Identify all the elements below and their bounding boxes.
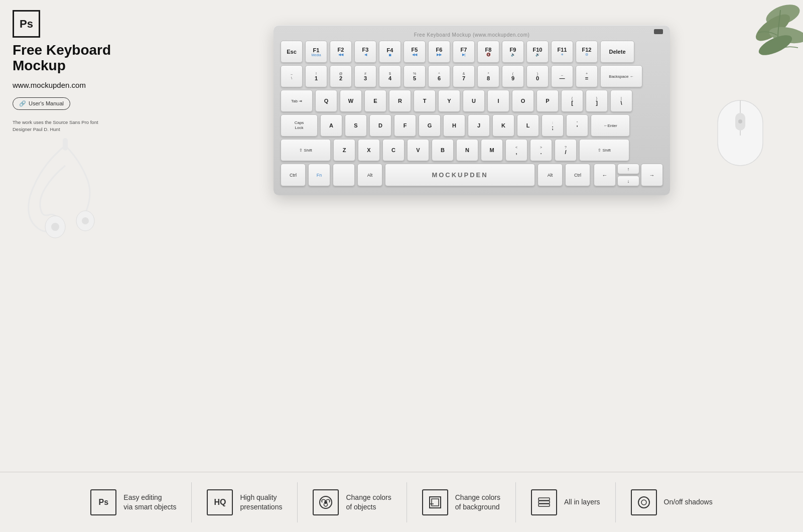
key-i[interactable]: I (487, 90, 509, 112)
key-f3[interactable]: F3◀ (354, 41, 376, 63)
key-u[interactable]: U (463, 90, 485, 112)
ps-icon: Ps (99, 498, 109, 507)
key-y[interactable]: Y (438, 90, 460, 112)
biohazard-icon (318, 495, 333, 510)
key-f5[interactable]: F5◀◀ (404, 41, 426, 63)
key-spacebar[interactable]: MOCKUPDEN (385, 164, 535, 186)
key-7[interactable]: &7 (453, 65, 475, 87)
key-equals[interactable]: += (576, 65, 598, 87)
link-icon: 🔗 (19, 100, 26, 107)
feature-easy-editing-text: Easy editing via smart objects (123, 493, 176, 512)
key-arrow-left[interactable]: ← (594, 164, 616, 186)
key-o[interactable]: O (512, 90, 534, 112)
key-rbracket[interactable]: }] (586, 90, 608, 112)
key-shift-left[interactable]: ⇧ Shift (281, 139, 331, 161)
key-f7[interactable]: F7▶| (453, 41, 475, 63)
key-arrow-right[interactable]: → (641, 164, 663, 186)
key-v[interactable]: V (407, 139, 429, 161)
key-1[interactable]: !1 (305, 65, 327, 87)
key-0[interactable]: )0 (526, 65, 549, 87)
key-a[interactable]: A (320, 114, 342, 137)
key-f[interactable]: F (394, 114, 416, 137)
key-j[interactable]: J (468, 114, 490, 137)
key-m[interactable]: M (481, 139, 503, 161)
key-h[interactable]: H (443, 114, 465, 137)
key-win[interactable] (333, 164, 355, 186)
feature-high-quality: HQ High quality presentations (192, 482, 298, 522)
key-semicolon[interactable]: :; (542, 114, 564, 137)
users-manual-button[interactable]: 🔗 User's Manual (13, 97, 70, 110)
zxcv-row: ⇧ Shift Z X C V B N M <, >. ?/ ⇧ Shift (281, 139, 663, 161)
website-url: www.mockupden.com (13, 81, 128, 89)
font-info: The work uses the Source Sans Pro font D… (13, 119, 128, 134)
key-period[interactable]: >. (530, 139, 552, 161)
key-tab[interactable]: Tab ⇥ (281, 90, 313, 112)
key-ctrl-left[interactable]: Ctrl (281, 164, 306, 186)
key-t[interactable]: T (414, 90, 436, 112)
key-delete[interactable]: Delete (600, 41, 634, 63)
key-p[interactable]: P (537, 90, 559, 112)
keyboard-wrapper: Free Keyboard Mockup (www.mockupden.com)… (274, 25, 670, 195)
key-r[interactable]: R (389, 90, 411, 112)
keyboard-rows: Esc F1Media F2◀◀ F3◀ F4⏹ F5◀◀ F6▶▶ F7▶| … (281, 41, 663, 186)
key-caps-lock[interactable]: CapsLock (281, 114, 318, 137)
key-f9[interactable]: F9🔉 (502, 41, 524, 63)
key-d[interactable]: D (369, 114, 391, 137)
key-minus[interactable]: _— (551, 65, 573, 87)
key-backslash[interactable]: |\ (610, 90, 632, 112)
feature-onoff-shadows: On/off shadows (616, 482, 728, 522)
key-f11[interactable]: F11☀ (551, 41, 573, 63)
key-backspace[interactable]: Backspace ← (600, 65, 642, 87)
key-comma[interactable]: <, (505, 139, 527, 161)
svg-point-3 (82, 217, 89, 224)
key-3[interactable]: #3 (354, 65, 376, 87)
key-ctrl-right[interactable]: Ctrl (565, 164, 590, 186)
key-fn[interactable]: Fn (308, 164, 330, 186)
key-2[interactable]: @2 (330, 65, 352, 87)
key-f2[interactable]: F2◀◀ (330, 41, 352, 63)
key-z[interactable]: Z (333, 139, 355, 161)
layers-icon (428, 495, 443, 510)
key-lbracket[interactable]: {[ (561, 90, 583, 112)
key-f12[interactable]: F12⚙ (576, 41, 598, 63)
hq-icon: HQ (214, 498, 226, 507)
key-f6[interactable]: F6▶▶ (428, 41, 450, 63)
key-f4[interactable]: F4⏹ (379, 41, 401, 63)
key-b[interactable]: B (432, 139, 454, 161)
key-alt-right[interactable]: Alt (538, 164, 563, 186)
key-esc[interactable]: Esc (281, 41, 303, 63)
key-q[interactable]: Q (315, 90, 337, 112)
bottom-bar: Ps Easy editing via smart objects HQ Hig… (0, 472, 803, 532)
number-row: ~\ !1 @2 #3 $4 %5 ^6 &7 *8 (9 )0 _— += B… (281, 65, 663, 87)
key-5[interactable]: %5 (404, 65, 426, 87)
key-enter[interactable]: ←Enter (591, 114, 630, 137)
key-x[interactable]: X (358, 139, 380, 161)
key-s[interactable]: S (345, 114, 367, 137)
key-k[interactable]: K (492, 114, 514, 137)
feature-easy-editing: Ps Easy editing via smart objects (75, 482, 192, 522)
key-f10[interactable]: F10🔊 (526, 41, 549, 63)
key-alt-left[interactable]: Alt (357, 164, 382, 186)
key-f1[interactable]: F1Media (305, 41, 327, 63)
key-l[interactable]: L (517, 114, 539, 137)
key-9[interactable]: (9 (502, 65, 524, 87)
key-n[interactable]: N (456, 139, 478, 161)
key-slash[interactable]: ?/ (555, 139, 577, 161)
key-f8[interactable]: F8🔇 (477, 41, 499, 63)
key-g[interactable]: G (419, 114, 441, 137)
svg-rect-20 (539, 498, 550, 500)
key-c[interactable]: C (382, 139, 405, 161)
key-arrow-up[interactable]: ↑ (617, 164, 639, 174)
key-shift-right[interactable]: ⇧ Shift (579, 139, 629, 161)
svg-rect-16 (432, 499, 439, 506)
feature-change-colors-objects: Change colors of objects (298, 482, 407, 522)
key-tilde[interactable]: ~\ (281, 65, 303, 87)
key-8[interactable]: *8 (477, 65, 499, 87)
key-arrow-down[interactable]: ↓ (617, 176, 639, 186)
key-w[interactable]: W (340, 90, 362, 112)
key-quote[interactable]: "' (566, 114, 588, 137)
key-4[interactable]: $4 (379, 65, 401, 87)
key-6[interactable]: ^6 (428, 65, 450, 87)
feature-high-quality-text: High quality presentations (240, 493, 282, 512)
key-e[interactable]: E (364, 90, 386, 112)
